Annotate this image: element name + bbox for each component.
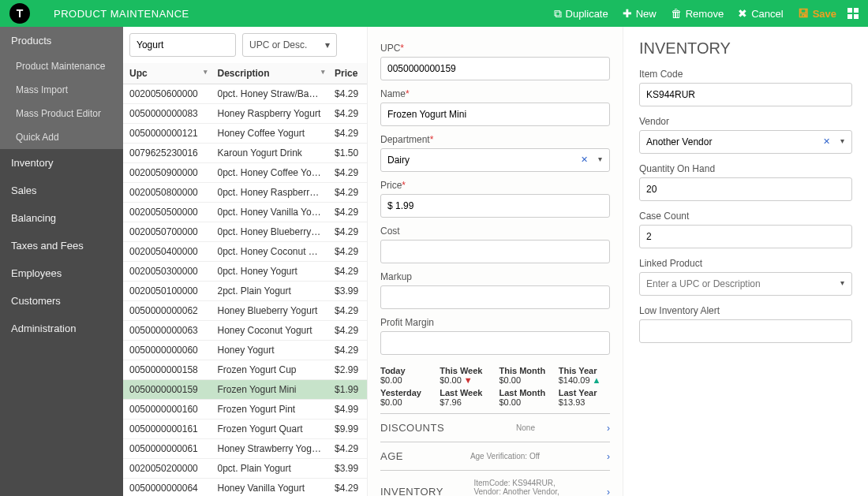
chevron-right-icon: › [607, 451, 610, 462]
save-icon: 🖫 [798, 7, 809, 20]
table-row[interactable]: 0050000000061Honey Strawberry Yogurt$4.2… [123, 439, 367, 459]
department-dropdown[interactable] [380, 148, 610, 172]
table-row[interactable]: 00200507000000pct. Honey Blueberry Y...$… [123, 222, 367, 242]
table-row[interactable]: 0050000000060Honey Yogurt$4.29 [123, 341, 367, 360]
col-description[interactable]: Description▾ [211, 63, 328, 84]
upc-field[interactable] [380, 57, 610, 80]
price-field[interactable] [380, 194, 610, 218]
table-row[interactable]: 0050000000160Frozen Yogurt Pint$4.99 [123, 400, 367, 420]
table-row[interactable]: 00200501000002pct. Plain Yogurt$3.99 [123, 282, 367, 301]
nav-employees[interactable]: Employees [0, 259, 123, 287]
panel-inventory[interactable]: INVENTORY ItemCode: KS944RUR, Vendor: An… [380, 471, 610, 496]
sidebar: Products Product Maintenance Mass Import… [0, 27, 123, 496]
nav-products[interactable]: Products [0, 27, 123, 54]
cancel-button[interactable]: ✖Cancel [738, 7, 783, 20]
page-title: PRODUCT MAINTENANCE [54, 8, 189, 20]
nav-administration[interactable]: Administration [0, 315, 123, 342]
case-count-field[interactable] [639, 225, 852, 248]
nav-taxes[interactable]: Taxes and Fees [0, 232, 123, 259]
table-row[interactable]: 00200503000000pct. Honey Yogurt$4.29 [123, 262, 367, 282]
table-row[interactable]: 0079625230016Karoun Yogurt Drink$1.50 [123, 144, 367, 163]
nav-balancing[interactable]: Balancing [0, 204, 123, 232]
nav-customers[interactable]: Customers [0, 287, 123, 315]
product-detail: UPC* Name* Department* ✕ ▾ Price* Cost M… [368, 27, 623, 496]
low-alert-field[interactable] [639, 319, 852, 343]
markup-field[interactable] [380, 285, 610, 309]
table-row[interactable]: 00200506000000pct. Honey Straw/Ban ...$4… [123, 84, 367, 104]
topbar: T PRODUCT MAINTENANCE ⧉Duplicate ✚New 🗑R… [0, 0, 868, 27]
chevron-right-icon: › [607, 423, 610, 434]
table-row[interactable]: 00200509000000pct. Honey Coffee Yogurt$4… [123, 163, 367, 183]
trend-up-icon: ▲ [593, 375, 601, 385]
plus-icon: ✚ [623, 7, 632, 20]
remove-button[interactable]: 🗑Remove [671, 7, 724, 20]
chevron-down-icon[interactable]: ▾ [840, 136, 844, 145]
table-row[interactable]: 0050000000159Frozen Yogurt Mini$1.99 [123, 380, 367, 400]
search-input[interactable] [129, 33, 236, 57]
table-row[interactable]: 0050000000121Honey Coffee Yogurt$4.29 [123, 124, 367, 144]
clear-icon[interactable]: ✕ [581, 155, 588, 165]
col-price[interactable]: Price [328, 63, 367, 84]
sort-icon: ▾ [321, 68, 325, 76]
table-row[interactable]: 00200508000000pct. Honey Raspberry ...$4… [123, 183, 367, 203]
col-upc[interactable]: Upc▾ [123, 63, 211, 84]
cost-field[interactable] [380, 240, 610, 263]
nav-inventory[interactable]: Inventory [0, 149, 123, 177]
nav-product-maintenance[interactable]: Product Maintenance [0, 54, 123, 78]
apps-icon[interactable] [847, 8, 859, 19]
sales-stats: Today$0.00 This Week$0.00 ▼ This Month$0… [380, 366, 610, 414]
table-row[interactable]: 00200504000000pct. Honey Coconut Yo...$4… [123, 242, 367, 262]
inventory-panel: INVENTORY Item Code Vendor ✕ ▾ Quantity … [623, 27, 868, 496]
close-icon: ✖ [738, 7, 747, 20]
app-logo: T [9, 3, 30, 24]
copy-icon: ⧉ [554, 7, 562, 21]
product-grid: UPC or Desc.▾ Upc▾ Description▾ Price 00… [123, 27, 368, 496]
item-code-field[interactable] [639, 83, 852, 106]
panel-age[interactable]: AGE Age Verification: Off › [380, 442, 610, 471]
table-row[interactable]: 0050000000063Honey Coconut Yogurt$4.29 [123, 321, 367, 341]
table-row[interactable]: 00200502000000pct. Plain Yogurt$3.99 [123, 459, 367, 479]
search-by-dropdown[interactable]: UPC or Desc.▾ [242, 33, 337, 57]
nav-mass-editor[interactable]: Mass Product Editor [0, 102, 123, 125]
chevron-down-icon: ▾ [325, 39, 330, 50]
table-row[interactable]: 0050000000064Honey Vanilla Yogurt$4.29 [123, 479, 367, 497]
trash-icon: 🗑 [671, 7, 682, 20]
clear-icon[interactable]: ✕ [823, 136, 830, 147]
nav-sales[interactable]: Sales [0, 177, 123, 204]
quantity-field[interactable] [639, 177, 852, 201]
table-row[interactable]: 0050000000083Honey Raspberry Yogurt$4.29 [123, 104, 367, 124]
trend-down-icon: ▼ [464, 375, 473, 385]
chevron-down-icon[interactable]: ▾ [598, 155, 602, 163]
vendor-dropdown[interactable] [639, 130, 852, 154]
inventory-title: INVENTORY [639, 39, 852, 58]
sort-icon: ▾ [204, 68, 208, 76]
save-button[interactable]: 🖫Save [798, 7, 836, 20]
table-row[interactable]: 0050000000161Frozen Yogurt Quart$9.99 [123, 420, 367, 439]
chevron-right-icon: › [607, 487, 610, 497]
nav-mass-import[interactable]: Mass Import [0, 78, 123, 102]
panel-discounts[interactable]: DISCOUNTS None › [380, 414, 610, 442]
new-button[interactable]: ✚New [623, 7, 657, 20]
table-row[interactable]: 0050000000062Honey Blueberry Yogurt$4.29 [123, 301, 367, 321]
margin-field[interactable] [380, 331, 610, 355]
duplicate-button[interactable]: ⧉Duplicate [554, 7, 608, 21]
chevron-down-icon[interactable]: ▾ [840, 278, 844, 287]
linked-product-dropdown[interactable] [639, 272, 852, 296]
table-row[interactable]: 00200505000000pct. Honey Vanilla Yogurt$… [123, 203, 367, 222]
nav-quick-add[interactable]: Quick Add [0, 125, 123, 149]
table-row[interactable]: 0050000000158Frozen Yogurt Cup$2.99 [123, 360, 367, 380]
name-field[interactable] [380, 103, 610, 126]
